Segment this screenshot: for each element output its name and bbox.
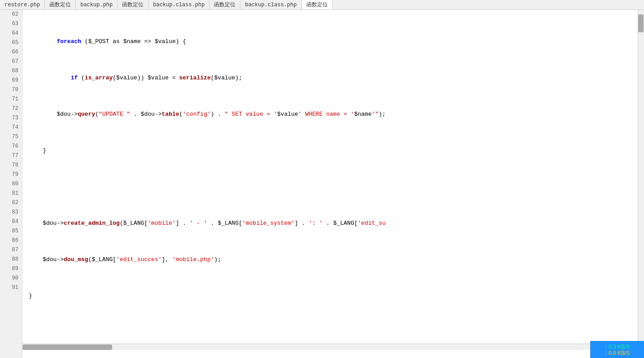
ln-90: 90 (0, 274, 22, 283)
upload-speed: ↑ 0.3 KB/S (605, 344, 630, 350)
ln-83: 83 (0, 208, 22, 217)
ln-91: 91 (0, 283, 22, 293)
scrollbar-thumb-h[interactable] (22, 345, 112, 350)
code-line-66 (27, 182, 644, 192)
ln-66: 66 (0, 48, 22, 57)
ln-73: 73 (0, 114, 22, 123)
ln-76: 76 (0, 142, 22, 151)
ln-84: 84 (0, 217, 22, 227)
scrollbar-thumb-v[interactable] (638, 14, 644, 32)
ln-67: 67 (0, 57, 22, 66)
ln-64: 64 (0, 29, 22, 38)
editor-container: restore.php 函数定位 backup.php 函数定位 backup.… (0, 0, 644, 358)
ln-88: 88 (0, 255, 22, 264)
ln-63: 63 (0, 19, 22, 29)
tab-restore-php[interactable]: restore.php (0, 0, 45, 9)
ln-82: 82 (0, 198, 22, 208)
tab-func-loc-4[interactable]: 函数定位 (302, 0, 333, 9)
ln-74: 74 (0, 123, 22, 132)
code-line-64: $dou->query("UPDATE " . $dou->table('con… (27, 109, 644, 119)
ln-86: 86 (0, 236, 22, 245)
ln-78: 78 (0, 161, 22, 170)
network-status-bar: ↑ 0.3 KB/S ↓ 0.6 KB/S (590, 341, 644, 358)
ln-72: 72 (0, 104, 22, 114)
line-numbers: 62 63 64 65 66 67 68 69 70 71 72 73 74 7… (0, 10, 22, 358)
tab-func-loc-2[interactable]: 函数定位 (117, 0, 148, 9)
ln-80: 80 (0, 179, 22, 189)
code-line-67: $dou->create_admin_log($_LANG['mobile'] … (27, 218, 644, 228)
horizontal-scrollbar[interactable] (22, 344, 638, 350)
code-line-68: $dou->dou_msg($_LANG['edit_succes'], 'mo… (27, 255, 644, 264)
code-line-65: } (27, 146, 644, 155)
code-content[interactable]: foreach ($_POST as $name => $value) { if… (22, 10, 644, 358)
tab-backup-class-2[interactable]: backup.class.php (240, 0, 301, 9)
ln-68: 68 (0, 66, 22, 76)
ln-69: 69 (0, 76, 22, 85)
ln-75: 75 (0, 132, 22, 142)
ln-65: 65 (0, 38, 22, 48)
download-speed: ↓ 0.6 KB/S (605, 350, 630, 356)
ln-70: 70 (0, 85, 22, 95)
vertical-scrollbar[interactable] (638, 10, 644, 358)
code-line-70 (27, 327, 644, 337)
tab-func-loc-3[interactable]: 函数定位 (209, 0, 240, 9)
tab-backup-php[interactable]: backup.php (76, 0, 117, 9)
code-line-69: } (27, 291, 644, 301)
ln-77: 77 (0, 151, 22, 161)
ln-71: 71 (0, 95, 22, 104)
tab-func-loc-1[interactable]: 函数定位 (45, 0, 76, 9)
ln-79: 79 (0, 170, 22, 179)
ln-62: 62 (0, 10, 22, 19)
tab-backup-class-1[interactable]: backup.class.php (148, 0, 209, 9)
ln-89: 89 (0, 264, 22, 274)
ln-87: 87 (0, 245, 22, 255)
ln-85: 85 (0, 227, 22, 236)
code-line-62: foreach ($_POST as $name => $value) { (27, 37, 644, 46)
tab-bar[interactable]: restore.php 函数定位 backup.php 函数定位 backup.… (0, 0, 644, 10)
ln-81: 81 (0, 189, 22, 198)
code-line-63: if (is_array($value)) $value = serialize… (27, 73, 644, 83)
code-area: 62 63 64 65 66 67 68 69 70 71 72 73 74 7… (0, 10, 644, 358)
